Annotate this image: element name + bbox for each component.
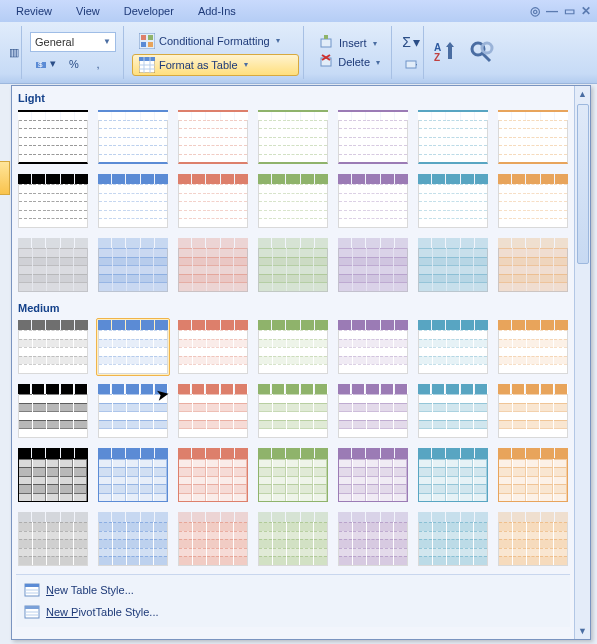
table-style-thumb[interactable]	[96, 382, 170, 440]
ribbon: ▥ General ▼ $ ▾ % , Conditional Formatti…	[0, 22, 597, 84]
chevron-down-icon: ▾	[376, 58, 380, 67]
table-style-thumb[interactable]	[176, 236, 250, 294]
table-style-thumb[interactable]	[16, 446, 90, 504]
window-controls: ◎ — ▭ ✕	[530, 4, 597, 18]
table-style-thumb[interactable]	[256, 108, 330, 166]
table-style-thumb[interactable]	[16, 236, 90, 294]
insert-label: Insert	[339, 37, 367, 49]
table-style-thumb[interactable]	[336, 236, 410, 294]
scroll-down-icon[interactable]: ▼	[575, 623, 590, 639]
command-label: New Table Style...	[46, 584, 134, 596]
svg-rect-13	[321, 39, 331, 47]
conditional-formatting-icon	[139, 33, 155, 49]
gallery-scrollbar[interactable]: ▲ ▼	[574, 86, 590, 639]
table-style-thumb[interactable]	[416, 510, 490, 568]
table-style-thumb[interactable]	[96, 446, 170, 504]
accounting-format-button[interactable]: $ ▾	[30, 54, 61, 74]
conditional-formatting-button[interactable]: Conditional Formatting ▾	[132, 30, 299, 52]
chevron-down-icon: ▾	[244, 60, 248, 69]
table-style-thumb[interactable]	[496, 382, 570, 440]
delete-cells-button[interactable]: Delete ▾	[312, 53, 387, 71]
table-style-thumb[interactable]	[336, 382, 410, 440]
table-style-thumb[interactable]	[496, 172, 570, 230]
table-style-thumb[interactable]	[256, 236, 330, 294]
table-style-thumb[interactable]	[256, 318, 330, 376]
table-style-thumb[interactable]	[416, 108, 490, 166]
tab-view[interactable]: View	[64, 2, 112, 20]
find-select-button[interactable]	[468, 39, 496, 67]
sort-filter-button[interactable]: AZ	[432, 39, 460, 67]
svg-rect-3	[141, 35, 146, 40]
table-style-thumb[interactable]	[336, 108, 410, 166]
table-style-gallery: LightMediumNew Table Style...New PivotTa…	[11, 85, 591, 640]
format-as-table-icon	[139, 57, 155, 73]
svg-rect-18	[406, 61, 416, 68]
table-style-thumb[interactable]	[336, 318, 410, 376]
table-style-thumb[interactable]	[176, 382, 250, 440]
scroll-thumb[interactable]	[577, 104, 589, 264]
percent-button[interactable]: %	[63, 54, 85, 74]
table-style-thumb[interactable]	[336, 172, 410, 230]
table-style-thumb[interactable]	[416, 172, 490, 230]
table-style-thumb[interactable]	[176, 172, 250, 230]
conditional-formatting-label: Conditional Formatting	[159, 35, 270, 47]
table-style-new-icon	[24, 604, 40, 620]
table-style-thumb[interactable]	[416, 446, 490, 504]
tab-addins[interactable]: Add-Ins	[186, 2, 248, 20]
table-style-thumb[interactable]	[416, 236, 490, 294]
format-as-table-button[interactable]: Format as Table ▾	[132, 54, 299, 76]
tab-developer[interactable]: Developer	[112, 2, 186, 20]
selected-cell-edge	[0, 161, 10, 195]
scroll-up-icon[interactable]: ▲	[575, 86, 590, 102]
table-style-thumb[interactable]	[96, 172, 170, 230]
gallery-command-list: New Table Style...New PivotTable Style..…	[16, 574, 570, 627]
table-style-thumb[interactable]	[96, 236, 170, 294]
help-icon[interactable]: ◎	[530, 4, 540, 18]
number-format-select[interactable]: General ▼	[30, 32, 116, 52]
table-style-thumb[interactable]	[16, 382, 90, 440]
table-style-thumb[interactable]	[256, 172, 330, 230]
table-style-thumb[interactable]	[16, 172, 90, 230]
svg-rect-31	[25, 606, 39, 609]
close-icon[interactable]: ✕	[581, 4, 591, 18]
table-style-thumb[interactable]	[16, 108, 90, 166]
table-style-thumb[interactable]	[176, 318, 250, 376]
table-style-thumb[interactable]	[336, 446, 410, 504]
fill-button[interactable]	[400, 54, 422, 74]
svg-marker-22	[446, 42, 454, 59]
table-style-thumb[interactable]	[96, 108, 170, 166]
table-style-thumb[interactable]	[336, 510, 410, 568]
table-style-thumb[interactable]	[256, 510, 330, 568]
delete-icon	[319, 54, 334, 70]
table-style-thumb[interactable]	[496, 108, 570, 166]
insert-cells-button[interactable]: Insert ▾	[312, 34, 387, 52]
table-style-thumb[interactable]	[416, 382, 490, 440]
table-style-thumb[interactable]	[496, 318, 570, 376]
paste-expand[interactable]: ▥	[3, 43, 25, 63]
table-style-thumb[interactable]	[256, 382, 330, 440]
chevron-down-icon: ▼	[103, 37, 111, 46]
new-pivottable-style-button[interactable]: New PivotTable Style...	[16, 601, 570, 623]
table-style-thumb[interactable]	[256, 446, 330, 504]
table-style-thumb[interactable]	[496, 236, 570, 294]
autosum-button[interactable]: Σ▾	[400, 32, 422, 52]
table-style-thumb[interactable]	[96, 510, 170, 568]
ribbon-tab-bar: Review View Developer Add-Ins ◎ — ▭ ✕	[0, 0, 597, 22]
table-style-thumb[interactable]	[496, 510, 570, 568]
table-style-thumb[interactable]	[416, 318, 490, 376]
table-style-thumb[interactable]	[16, 318, 90, 376]
tab-review[interactable]: Review	[4, 2, 64, 20]
table-style-thumb[interactable]	[16, 510, 90, 568]
new-table-style-button[interactable]: New Table Style...	[16, 579, 570, 601]
svg-rect-6	[148, 42, 153, 47]
table-style-thumb[interactable]	[496, 446, 570, 504]
comma-button[interactable]: ,	[87, 54, 109, 74]
table-style-thumb[interactable]	[176, 446, 250, 504]
restore-icon[interactable]: ▭	[564, 4, 575, 18]
svg-rect-8	[139, 57, 155, 61]
table-style-thumb[interactable]	[176, 108, 250, 166]
table-style-thumb[interactable]	[96, 318, 170, 376]
svg-rect-4	[148, 35, 153, 40]
table-style-thumb[interactable]	[176, 510, 250, 568]
minimize-icon[interactable]: —	[546, 4, 558, 18]
